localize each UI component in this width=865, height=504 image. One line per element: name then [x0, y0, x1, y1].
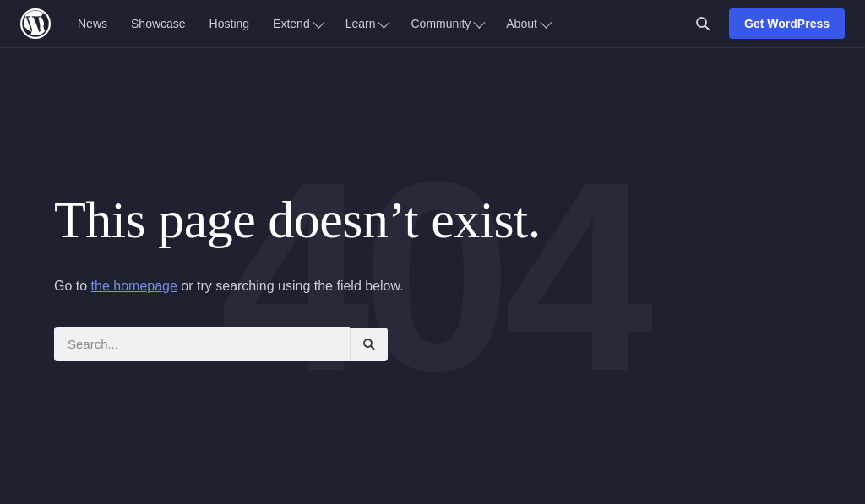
homepage-link[interactable]: the homepage — [91, 279, 177, 293]
navbar: News Showcase Hosting Extend Learn Commu… — [0, 0, 865, 48]
nav-item-community[interactable]: Community — [400, 10, 492, 37]
chevron-down-icon — [474, 17, 486, 29]
search-icon — [362, 338, 376, 351]
search-submit-button[interactable] — [350, 328, 388, 361]
navbar-actions: Get WordPress — [690, 8, 845, 39]
subtitle-prefix: Go to — [54, 279, 91, 293]
chevron-down-icon — [313, 17, 324, 29]
nav-item-hosting[interactable]: Hosting — [199, 10, 259, 37]
wordpress-logo[interactable] — [20, 8, 51, 39]
nav-item-news[interactable]: News — [68, 10, 117, 37]
page-title: This page doesn’t exist. — [54, 191, 662, 248]
hero-subtitle: Go to the homepage or try searching usin… — [54, 275, 662, 297]
svg-line-4 — [371, 346, 374, 350]
search-icon — [695, 16, 710, 31]
nav-item-learn[interactable]: Learn — [335, 10, 398, 37]
chevron-down-icon — [378, 17, 390, 29]
search-input[interactable] — [54, 327, 350, 361]
nav-item-showcase[interactable]: Showcase — [121, 10, 196, 37]
search-form — [54, 327, 388, 361]
nav-item-about[interactable]: About — [496, 10, 559, 37]
hero-section: 404 This page doesn’t exist. Go to the h… — [0, 48, 865, 504]
svg-line-2 — [705, 26, 710, 30]
hero-content: This page doesn’t exist. Go to the homep… — [54, 191, 662, 362]
get-wordpress-button[interactable]: Get WordPress — [729, 8, 845, 39]
navbar-search-button[interactable] — [690, 11, 715, 36]
chevron-down-icon — [540, 17, 552, 29]
subtitle-suffix: or try searching using the field below. — [177, 279, 404, 293]
nav-item-extend[interactable]: Extend — [263, 10, 332, 37]
main-nav: News Showcase Hosting Extend Learn Commu… — [68, 10, 690, 37]
